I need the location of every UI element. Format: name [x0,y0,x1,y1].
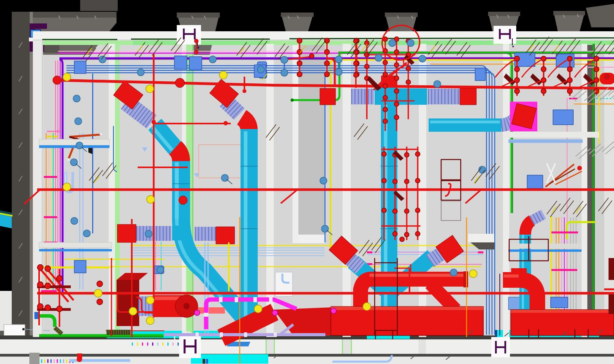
conduit-section-ticks [54,359,55,363]
conduit-section-ticks [152,342,153,346]
vav-box [174,56,187,69]
fire-protection-red [53,76,61,84]
clash-sphere-yellow [146,296,154,304]
clash-sphere-blue [221,174,228,181]
clash-sphere-blue [320,177,327,184]
overlay-frames [609,294,614,314]
pipe-fitting [404,152,409,157]
conduit-section-ticks [147,342,148,346]
pipe-fitting [567,56,573,61]
clash-sphere-yellow [146,85,154,93]
clash-sphere-blue [434,81,441,88]
clash-sphere-yellow [63,73,71,81]
pipe-fitting [382,178,386,183]
conduit-section-ticks [50,359,52,363]
steel-column-symbols [197,47,199,49]
floor-structure [342,339,343,354]
floor-structure [77,357,82,362]
pipe-fitting [38,304,43,310]
exhaust-duct-box [331,307,483,335]
bottom-mains [269,297,273,302]
pipe-fitting [567,67,573,72]
clash-sphere-blue [335,56,342,63]
clash-sphere-blue [157,266,164,273]
left-wall [12,12,30,364]
pipe-fitting [406,66,411,71]
clash-sphere-blue [389,39,396,47]
overlay-frames [609,258,614,280]
left-wall [22,328,25,330]
conduit-risers [44,176,57,178]
floor-structure [206,359,208,364]
conduit-section-ticks [178,342,179,346]
fire-protection-red [152,120,156,124]
pipe-fitting [38,282,43,288]
fitting-sphere-magenta [272,310,278,316]
pipe-fitting [393,231,397,236]
pipe-fitting [383,119,388,124]
clash-sphere-yellow [129,307,137,315]
conduit-risers [551,269,577,271]
pipe-fitting [394,50,399,54]
pipe-fitting [382,208,386,213]
floor-structure [266,339,267,354]
left-wall [0,32,12,291]
conduit-risers [551,231,578,233]
clash-sphere-yellow [146,317,154,325]
bottom-mains [253,297,257,302]
soffit [39,139,110,145]
pipe-fitting [394,76,399,81]
floor-structure [266,339,274,354]
pipe-fitting [404,232,409,237]
clash-sphere-yellow [63,183,71,191]
clash-sphere-blue [407,39,414,47]
clash-sphere-blue [99,56,106,63]
pipe-fitting [297,50,302,55]
header-beam [33,39,614,41]
ductwork [331,307,483,310]
fire-protection-red [179,196,187,204]
pipe-fitting [541,67,546,72]
ceiling-structure [80,0,118,11]
clash-sphere-yellow [469,270,477,278]
duct-end-cap [117,224,136,242]
pipe-fitting [382,152,386,156]
clash-sphere-blue [71,217,78,224]
floor-slab-aqua [191,354,268,364]
pipe-fitting [406,80,411,84]
conduit-section-ticks [132,342,133,346]
fire-protection-red [100,133,102,136]
ductwork [511,268,527,273]
vav-box [475,68,485,81]
pipe-fitting [364,64,369,69]
clash-sphere-yellow [94,289,102,297]
soffit [39,242,112,248]
pipe-fitting [541,89,546,94]
bim-model-viewport[interactable] [0,0,614,364]
pipe-fitting [45,266,51,272]
fire-protection-red [67,158,70,161]
fitting-sphere-magenta [331,308,336,314]
clash-sphere-yellow [147,195,154,203]
floor-structure [203,359,205,364]
exhaust-duct-box [511,310,614,335]
vav-box [527,175,543,188]
clash-sphere-yellow [254,305,262,313]
pipe-fitting [567,89,573,94]
bottom-mains [204,313,208,317]
floor-structure [0,339,614,354]
ceiling-structure [553,11,585,15]
clash-sphere-blue [137,69,144,76]
pipe-fitting [594,89,599,94]
duct-end-cap [460,88,476,105]
fitting-sphere-magenta [194,310,200,316]
ductwork [183,303,190,309]
fire-protection-red [175,78,185,88]
conduit-section-ticks [63,359,64,363]
ductwork [463,271,468,287]
ductwork [175,148,181,163]
fire-protection-red [194,50,198,54]
duct-end-cap [216,227,235,244]
model-canvas[interactable] [0,0,614,364]
conduit-section-ticks [66,359,67,363]
